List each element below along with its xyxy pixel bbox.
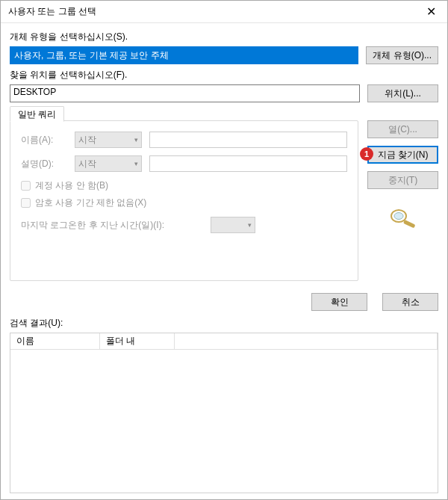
location-field[interactable]: DESKTOP <box>10 84 360 102</box>
cancel-button[interactable]: 취소 <box>382 293 438 311</box>
results-col-folder[interactable]: 폴더 내 <box>100 333 175 349</box>
svg-rect-2 <box>402 220 415 228</box>
location-button[interactable]: 위치(L)... <box>367 84 438 102</box>
location-label: 찾을 위치를 선택하십시오(F). <box>10 69 438 81</box>
chevron-down-icon: ▾ <box>134 160 138 167</box>
chevron-down-icon: ▾ <box>248 221 252 229</box>
name-input[interactable] <box>149 132 347 148</box>
search-icon <box>367 207 438 232</box>
query-panel: 일반 쿼리 이름(A): 시작▾ 설명(D): 시작▾ 계정 사용 안 함(B)… <box>10 120 358 281</box>
desc-input[interactable] <box>149 155 347 172</box>
name-label: 이름(A): <box>21 134 75 146</box>
results-label: 검색 결과(U): <box>10 317 438 330</box>
step-badge: 1 <box>360 147 373 161</box>
close-icon[interactable]: ✕ <box>414 1 447 23</box>
window-title: 사용자 또는 그룹 선택 <box>8 5 414 18</box>
cb-disabled-label: 계정 사용 안 함(B) <box>35 179 108 192</box>
desc-match-combo[interactable]: 시작▾ <box>75 155 142 172</box>
svg-point-1 <box>394 213 403 220</box>
desc-label: 설명(D): <box>21 158 75 170</box>
ok-button[interactable]: 확인 <box>311 293 367 311</box>
cb-disabled-accounts[interactable] <box>21 181 31 191</box>
cb-no-pw-expire-label: 암호 사용 기간 제한 없음(X) <box>35 197 146 209</box>
results-col-name[interactable]: 이름 <box>10 333 100 349</box>
object-type-button[interactable]: 개체 유형(O)... <box>366 46 438 64</box>
tab-general-query[interactable]: 일반 쿼리 <box>10 106 64 122</box>
chevron-down-icon: ▾ <box>134 136 138 143</box>
name-match-combo[interactable]: 시작▾ <box>75 132 142 148</box>
find-now-button[interactable]: 지금 찾기(N) <box>367 146 438 164</box>
stop-button[interactable]: 중지(T) <box>367 171 438 189</box>
object-type-label: 개체 유형을 선택하십시오(S). <box>10 31 438 43</box>
last-login-combo[interactable]: ▾ <box>211 217 255 233</box>
titlebar: 사용자 또는 그룹 선택 ✕ <box>1 1 447 23</box>
cb-no-pw-expire[interactable] <box>21 198 31 208</box>
last-login-label: 마지막 로그온한 후 지난 시간(일)(I): <box>21 219 211 232</box>
results-col-empty <box>175 333 438 349</box>
object-type-field[interactable]: 사용자, 그룹, 또는 기본 제공 보안 주체 <box>10 46 358 64</box>
results-list[interactable]: 이름 폴더 내 <box>10 333 438 493</box>
columns-button[interactable]: 열(C)... <box>367 120 438 138</box>
